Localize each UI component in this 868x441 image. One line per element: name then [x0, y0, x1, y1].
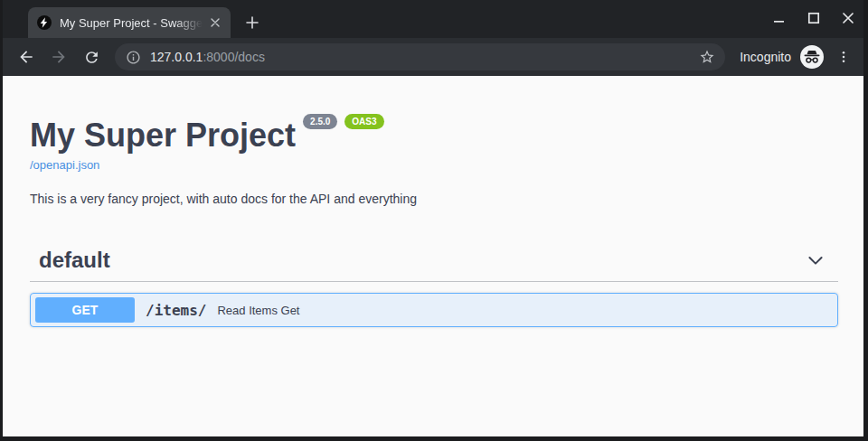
- browser-toolbar: 127.0.0.1:8000/docs Incognito: [3, 38, 863, 76]
- window-controls: [771, 0, 856, 36]
- minimize-button[interactable]: [771, 10, 788, 26]
- bookmark-star-icon[interactable]: [696, 46, 718, 68]
- api-title-text: My Super Project: [30, 117, 296, 154]
- page-title: My Super Project2.5.0OAS3: [30, 117, 838, 154]
- close-button[interactable]: [840, 10, 856, 26]
- url-text[interactable]: 127.0.0.1:8000/docs: [150, 50, 696, 64]
- tab-title: My Super Project - Swagge: [60, 16, 207, 30]
- url-host: 127.0.0.1: [150, 50, 203, 64]
- api-description: This is a very fancy project, with auto …: [30, 192, 838, 206]
- operation-path: /items/: [146, 302, 206, 319]
- url-path: :8000/docs: [203, 50, 265, 64]
- operation-summary: Read Items Get: [217, 304, 299, 317]
- browser-window: My Super Project - Swagge: [0, 0, 868, 441]
- tab-close-icon[interactable]: [207, 14, 223, 31]
- page-content: My Super Project2.5.0OAS3 /openapi.json …: [3, 76, 863, 436]
- tag-section-default[interactable]: default: [30, 248, 838, 282]
- oas-badge: OAS3: [344, 114, 383, 129]
- titlebar: My Super Project - Swagge: [3, 0, 863, 38]
- site-info-icon[interactable]: [126, 50, 141, 65]
- browser-menu-icon[interactable]: [833, 46, 854, 68]
- forward-icon[interactable]: [46, 44, 71, 70]
- new-tab-button[interactable]: [240, 10, 265, 35]
- openapi-spec-link[interactable]: /openapi.json: [30, 158, 99, 172]
- maximize-button[interactable]: [806, 10, 822, 26]
- address-bar[interactable]: 127.0.0.1:8000/docs: [115, 43, 725, 70]
- version-badge: 2.5.0: [303, 114, 337, 129]
- browser-tab[interactable]: My Super Project - Swagge: [28, 7, 231, 38]
- operation-row-get-items[interactable]: GET /items/ Read Items Get: [30, 293, 838, 327]
- reload-icon[interactable]: [79, 44, 104, 70]
- method-badge: GET: [35, 297, 135, 323]
- fastapi-favicon-icon: [37, 15, 52, 30]
- incognito-label: Incognito: [740, 50, 791, 64]
- back-icon[interactable]: [14, 44, 39, 70]
- incognito-icon: [800, 45, 824, 69]
- chevron-down-icon[interactable]: [806, 250, 826, 270]
- tag-name: default: [39, 248, 110, 273]
